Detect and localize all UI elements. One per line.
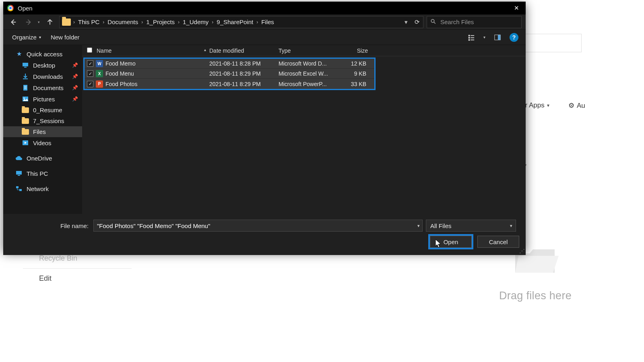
file-row[interactable]: ✓ W Food Memo 2021-08-11 8:28 PM Microso… bbox=[85, 59, 374, 69]
folder-icon bbox=[62, 19, 71, 26]
help-button[interactable]: ? bbox=[510, 33, 518, 42]
view-list-button[interactable] bbox=[466, 32, 477, 43]
new-folder-label: New folder bbox=[51, 34, 80, 41]
view-dropdown[interactable]: ▾ bbox=[483, 35, 485, 39]
breadcrumb-documents[interactable]: Documents bbox=[104, 19, 141, 25]
nav-videos[interactable]: Videos bbox=[3, 137, 82, 148]
recent-locations-dropdown[interactable]: ▾ bbox=[38, 20, 41, 24]
cancel-label: Cancel bbox=[489, 239, 508, 245]
breadcrumb-udemy[interactable]: 1_Udemy bbox=[180, 19, 212, 25]
file-date: 2021-08-11 8:29 PM bbox=[209, 70, 279, 77]
svg-rect-5 bbox=[471, 35, 474, 36]
svg-point-20 bbox=[24, 98, 25, 99]
svg-rect-22 bbox=[16, 171, 22, 175]
breadcrumb-sharepoint[interactable]: 9_SharePoint bbox=[213, 19, 256, 25]
file-size: 12 KB bbox=[336, 60, 369, 67]
breadcrumb-dropdown[interactable]: ▾ bbox=[401, 19, 411, 26]
title-bar: Open ✕ bbox=[3, 2, 526, 14]
pin-icon: 📌 bbox=[72, 62, 78, 68]
open-label: Open bbox=[444, 239, 458, 245]
preview-pane-button[interactable] bbox=[492, 32, 503, 43]
file-row[interactable]: ✓ X Food Menu 2021-08-11 8:29 PM Microso… bbox=[85, 69, 374, 79]
search-input[interactable] bbox=[440, 19, 518, 25]
nav-this-pc[interactable]: This PC bbox=[3, 168, 82, 179]
breadcrumb[interactable]: › This PC › Documents › 1_Projects › 1_U… bbox=[59, 16, 423, 28]
nav-label: Videos bbox=[33, 140, 52, 146]
chevron-down-icon[interactable]: ▾ bbox=[417, 223, 420, 228]
file-size: 33 KB bbox=[336, 81, 369, 87]
svg-rect-12 bbox=[23, 63, 28, 66]
filename-row: File name: "Food Photos" "Food Memo" "Fo… bbox=[9, 220, 520, 232]
folder-icon bbox=[22, 107, 29, 113]
svg-point-2 bbox=[431, 19, 434, 23]
powerpoint-icon: P bbox=[96, 80, 103, 88]
organize-label: Organize bbox=[12, 34, 37, 41]
nav-label: This PC bbox=[27, 170, 48, 177]
nav-label: 0_Resume bbox=[33, 107, 62, 113]
nav-downloads[interactable]: Downloads 📌 bbox=[3, 71, 82, 82]
resize-grip-icon[interactable]: ⋰ bbox=[519, 248, 524, 254]
pin-icon: 📌 bbox=[72, 74, 78, 79]
file-row[interactable]: ✓ P Food Photos 2021-08-11 8:29 PM Micro… bbox=[85, 79, 374, 89]
svg-rect-11 bbox=[498, 35, 500, 40]
up-button[interactable] bbox=[44, 16, 56, 28]
close-icon: ✕ bbox=[514, 4, 519, 12]
refresh-button[interactable]: ⟳ bbox=[411, 19, 423, 26]
nav-label: Network bbox=[27, 185, 49, 192]
svg-rect-24 bbox=[16, 186, 19, 188]
row-checkbox[interactable]: ✓ bbox=[87, 81, 93, 87]
column-size[interactable]: Size bbox=[336, 47, 371, 54]
nav-pictures[interactable]: Pictures 📌 bbox=[3, 93, 82, 105]
file-type: Microsoft Excel W... bbox=[279, 70, 336, 77]
column-date[interactable]: Date modified bbox=[209, 47, 279, 54]
nav-label: Files bbox=[33, 128, 46, 135]
breadcrumb-projects[interactable]: 1_Projects bbox=[143, 19, 178, 25]
row-checkbox[interactable]: ✓ bbox=[87, 60, 93, 67]
chevron-down-icon: ▾ bbox=[39, 35, 41, 39]
nav-quick-access[interactable]: ★ Quick access bbox=[3, 48, 82, 60]
column-type[interactable]: Type bbox=[279, 47, 336, 54]
breadcrumb-this-pc[interactable]: This PC bbox=[75, 19, 103, 25]
nav-files[interactable]: Files bbox=[3, 126, 82, 137]
nav-label: Documents bbox=[33, 84, 64, 91]
file-date: 2021-08-11 8:28 PM bbox=[209, 60, 279, 67]
svg-rect-6 bbox=[469, 37, 470, 39]
open-button[interactable]: Open bbox=[430, 236, 472, 248]
filename-value: "Food Photos" "Food Memo" "Food Menu" bbox=[97, 222, 210, 229]
file-date: 2021-08-11 8:29 PM bbox=[209, 81, 279, 87]
chevron-down-icon: ▾ bbox=[547, 103, 549, 108]
column-name[interactable]: Name ▴ bbox=[97, 47, 209, 54]
bg-automate-label: Au bbox=[577, 102, 585, 110]
nav-onedrive[interactable]: OneDrive bbox=[3, 152, 82, 164]
file-header: Name ▴ Date modified Type Size bbox=[82, 45, 526, 56]
forward-button[interactable] bbox=[23, 16, 35, 28]
close-button[interactable]: ✕ bbox=[507, 2, 526, 14]
svg-rect-25 bbox=[19, 189, 22, 191]
nav-resume[interactable]: 0_Resume bbox=[3, 105, 82, 115]
bg-automate-menu[interactable]: ⚙ Au bbox=[568, 101, 585, 110]
row-checkbox[interactable]: ✓ bbox=[87, 70, 93, 77]
file-name: Food Photos bbox=[105, 81, 209, 87]
organize-button[interactable]: Organize ▾ bbox=[10, 32, 43, 42]
nav-network[interactable]: Network bbox=[3, 183, 82, 194]
help-icon: ? bbox=[512, 34, 516, 41]
back-button[interactable] bbox=[7, 16, 19, 28]
select-all-checkbox[interactable] bbox=[87, 47, 92, 53]
svg-line-3 bbox=[434, 22, 436, 24]
monitor-icon bbox=[15, 170, 23, 177]
nav-desktop[interactable]: Desktop 📌 bbox=[3, 60, 82, 71]
breadcrumb-files[interactable]: Files bbox=[258, 19, 277, 25]
filename-input[interactable]: "Food Photos" "Food Memo" "Food Menu" ▾ bbox=[93, 220, 423, 232]
bg-edit-item[interactable]: Edit bbox=[23, 269, 132, 288]
new-folder-button[interactable]: New folder bbox=[49, 32, 81, 42]
bg-search-bar bbox=[521, 34, 582, 52]
file-type-filter[interactable]: All Files ▾ bbox=[426, 220, 516, 232]
nav-documents[interactable]: Documents 📌 bbox=[3, 82, 82, 93]
star-icon: ★ bbox=[15, 50, 23, 58]
documents-icon bbox=[22, 84, 29, 91]
search-box[interactable] bbox=[427, 16, 522, 28]
pictures-icon bbox=[22, 95, 29, 103]
cancel-button[interactable]: Cancel bbox=[477, 236, 519, 248]
folder-icon bbox=[22, 129, 29, 135]
nav-sessions[interactable]: 7_Sessions bbox=[3, 115, 82, 126]
